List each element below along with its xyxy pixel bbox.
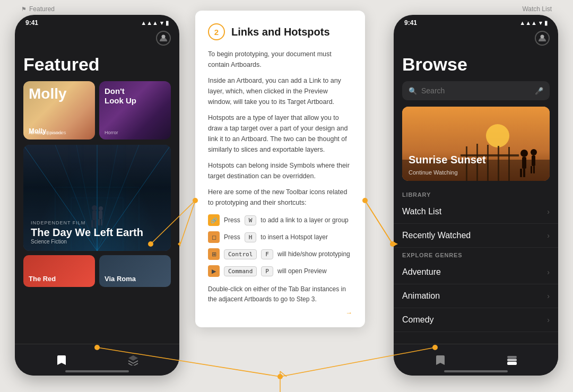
svg-point-9 (92, 205, 97, 211)
shortcut-ctrl-f: ⊞ Control F will hide/show prototyping (208, 248, 352, 260)
time-left: 9:41 (25, 19, 38, 27)
adventure-item[interactable]: Adventure › (394, 260, 558, 284)
card-large-scifi[interactable]: Independent Film The Day We Left Earth S… (23, 145, 171, 251)
footer-text: Double-click on either of the Tab Bar in… (208, 285, 346, 303)
chevron-adventure: › (547, 268, 550, 276)
watch-list-item[interactable]: Watch List › (394, 200, 558, 224)
user-icon-right[interactable] (535, 31, 550, 46)
signal-icon-r: ▲▲▲ (519, 20, 537, 26)
comedy-label: Comedy (402, 315, 434, 325)
card-red[interactable]: The Red (23, 255, 95, 287)
nav-stack-right[interactable] (505, 353, 519, 368)
card-step-header: 2 Links and Hotspots (208, 23, 352, 40)
mic-icon[interactable]: 🎤 (535, 87, 543, 95)
svg-point-13 (99, 206, 103, 211)
recently-watched-label: Recently Watched (402, 231, 471, 240)
svg-rect-24 (498, 146, 499, 181)
svg-point-31 (531, 149, 537, 155)
shortcuts-list: 🔗 Press W to add a link to a layer or gr… (208, 214, 352, 277)
phone-nav-right (394, 344, 558, 376)
card-red-title: The Red (29, 275, 56, 283)
page-wrapper: Featured 9:41 ▲▲▲ ▾ ▮ Featured Molly (0, 0, 573, 392)
molly-name: Molly (29, 86, 67, 101)
featured-show-sub: Continue Watching (409, 169, 458, 176)
animation-label: Animation (402, 291, 440, 301)
nav-bookmark-right[interactable] (433, 353, 448, 368)
svg-point-27 (520, 150, 528, 157)
svg-rect-28 (522, 157, 526, 169)
shortcut-cmd-p: ▶ Command P will open Preview (208, 265, 352, 277)
kbd-h: H (245, 232, 257, 242)
next-arrow: → (208, 309, 352, 317)
phone-header-left (15, 29, 179, 50)
card-category: Science Fiction (31, 239, 143, 245)
recently-watched-item[interactable]: Recently Watched › (394, 224, 558, 248)
svg-rect-34 (533, 166, 535, 173)
svg-rect-23 (487, 145, 489, 181)
dont-look-title: Don'tLook Up (105, 86, 166, 106)
svg-line-47 (280, 371, 286, 377)
kbd-control: Control (224, 249, 257, 259)
step-number: 2 (208, 23, 225, 40)
status-bar-right: 9:41 ▲▲▲ ▾ ▮ (394, 15, 558, 29)
card-footer: Double-click on either of the Tab Bar in… (208, 284, 352, 304)
svg-rect-37 (507, 356, 517, 358)
adventure-label: Adventure (402, 267, 441, 277)
shortcut-cf-desc: will hide/show prototyping (277, 250, 350, 258)
shortcut-cf-icon: ⊞ (208, 248, 220, 260)
shortcut-h-desc: to insert a Hotspot layer (261, 233, 328, 241)
status-icons-right: ▲▲▲ ▾ ▮ (519, 20, 548, 27)
dont-look-tag: Horror (105, 130, 118, 135)
card-molly[interactable]: Molly All-New Episodes Molly All-New Epi… (23, 81, 95, 140)
svg-point-19 (486, 124, 509, 147)
search-bar[interactable]: 🔍 🎤 (402, 81, 550, 100)
comedy-item[interactable]: Comedy › (394, 308, 558, 332)
card-body: To begin prototyping, your document must… (208, 49, 352, 208)
card-title-large: The Day We Left Earth (31, 227, 143, 239)
status-bar-left: 9:41 ▲▲▲ ▾ ▮ (15, 15, 179, 29)
nav-layers-left[interactable] (126, 353, 141, 368)
next-arrow-btn[interactable]: → (345, 309, 352, 317)
phone-left: 9:41 ▲▲▲ ▾ ▮ Featured Molly All-New Epis… (15, 15, 179, 376)
wifi-icon: ▾ (160, 20, 163, 27)
battery-icon: ▮ (166, 20, 169, 27)
genres-header: Explore Genres (394, 248, 558, 260)
card-genre: Independent Film (31, 220, 143, 225)
featured-show-title: Sunrise Sunset (409, 154, 486, 166)
card-dark[interactable]: Via Roma (99, 255, 171, 287)
nav-bookmark-left[interactable] (54, 353, 69, 368)
animation-item[interactable]: Animation › (394, 284, 558, 308)
svg-rect-10 (92, 211, 97, 220)
search-icon: 🔍 (409, 87, 417, 95)
svg-rect-30 (523, 169, 525, 177)
svg-rect-29 (520, 169, 522, 177)
svg-rect-32 (532, 155, 535, 166)
phone-nav-left (15, 344, 179, 376)
svg-rect-36 (507, 359, 517, 361)
shortcut-h: ◻ Press H to insert a Hotspot layer (208, 231, 352, 243)
browse-title: Browse (394, 50, 558, 81)
user-icon-left[interactable] (156, 31, 171, 46)
chevron-watch: › (547, 207, 550, 216)
svg-rect-33 (531, 166, 532, 173)
small-cards-grid: Molly All-New Episodes Molly All-New Epi… (15, 81, 179, 140)
molly-episodes: All-New Episodes (29, 130, 62, 135)
svg-rect-14 (99, 211, 102, 219)
featured-show-card[interactable]: Sunrise Sunset Continue Watching (402, 107, 550, 181)
svg-line-38 (180, 201, 195, 244)
bottom-cards: The Red Via Roma (15, 255, 179, 287)
kbd-f: F (261, 249, 273, 259)
watch-list-label: Watch List (402, 207, 441, 216)
shortcut-cp-icon: ▶ (208, 265, 220, 277)
search-input[interactable] (421, 86, 531, 95)
center-card: 2 Links and Hotspots To begin prototypin… (195, 11, 365, 327)
shortcut-w-icon: 🔗 (208, 214, 220, 226)
home-indicator-right (444, 370, 508, 372)
card-dont-look-up[interactable]: Don'tLook Up Horror (99, 81, 171, 140)
para-1: To begin prototyping, your document must… (208, 49, 352, 70)
wifi-icon-r: ▾ (539, 20, 542, 27)
para-3: Hotspots are a type of layer that allow … (208, 112, 352, 155)
card-dark-title: Via Roma (105, 275, 136, 283)
para-4: Hotspots can belong inside Symbols where… (208, 160, 352, 181)
left-label-text: Featured (29, 5, 55, 13)
